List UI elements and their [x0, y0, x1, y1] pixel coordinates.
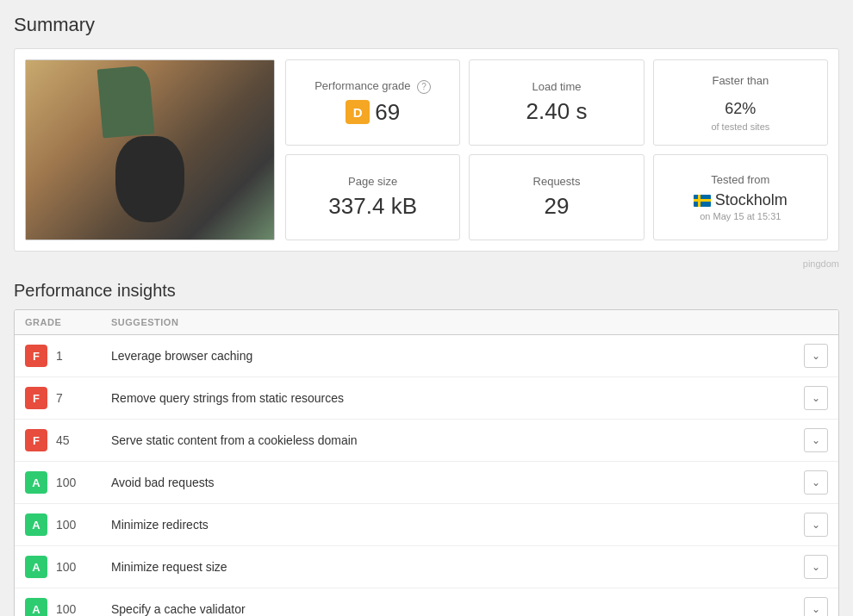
grade-cell: A 100: [25, 598, 111, 616]
summary-section: Performance grade ? D 69 Load time 2.40 …: [14, 48, 839, 252]
grade-cell: F 1: [25, 345, 111, 367]
grade-score: 100: [56, 518, 76, 532]
load-time-label: Load time: [532, 80, 581, 93]
tested-from-location: Stockholm: [694, 191, 788, 209]
grade-badge-a: A: [25, 598, 47, 616]
page-size-value: 337.4 kB: [328, 193, 417, 220]
grade-badge-a: A: [25, 556, 47, 578]
grade-badge-f: F: [25, 345, 47, 367]
insights-rows: F 1 Leverage browser caching ⌄ F 7 Remov…: [15, 335, 838, 616]
tested-from-label: Tested from: [711, 173, 769, 186]
suggestion-text: Leverage browser caching: [111, 349, 794, 363]
suggestion-text: Minimize request size: [111, 560, 794, 574]
suggestion-text: Serve static content from a cookieless d…: [111, 433, 794, 447]
load-time-card: Load time 2.40 s: [469, 59, 644, 146]
grade-score: 100: [56, 560, 76, 574]
suggestion-text: Minimize redirects: [111, 518, 794, 532]
sweden-flag-icon: [694, 195, 711, 207]
pingdom-credit: pingdom: [14, 258, 839, 269]
grade-score: 100: [56, 476, 76, 489]
table-header: GRADE SUGGESTION: [15, 310, 838, 335]
expand-button[interactable]: ⌄: [804, 428, 828, 452]
expand-button[interactable]: ⌄: [804, 470, 828, 495]
page-size-card: Page size 337.4 kB: [285, 154, 460, 240]
performance-grade-value: D 69: [346, 99, 400, 126]
faster-than-card: Faster than 62% of tested sites: [653, 59, 828, 146]
grade-cell: A 100: [25, 471, 111, 494]
grade-badge-f: F: [25, 429, 47, 451]
suggestion-text: Avoid bad requests: [111, 476, 794, 489]
screenshot-box: [25, 59, 275, 240]
faster-than-value: 62%: [725, 92, 756, 120]
grade-score: 45: [56, 433, 70, 447]
table-row: A 100 Minimize redirects ⌄: [15, 504, 838, 546]
metrics-grid: Performance grade ? D 69 Load time 2.40 …: [285, 59, 828, 240]
grade-cell: F 45: [25, 429, 111, 451]
performance-grade-label: Performance grade ?: [314, 79, 431, 94]
grade-cell: F 7: [25, 387, 111, 409]
table-row: F 7 Remove query strings from static res…: [15, 377, 838, 420]
grade-badge-a: A: [25, 513, 47, 536]
requests-label: Requests: [533, 175, 581, 188]
table-row: A 100 Specify a cache validator ⌄: [15, 588, 838, 616]
grade-cell: A 100: [25, 513, 111, 536]
tested-from-date: on May 15 at 15:31: [700, 211, 781, 221]
grade-score: 7: [56, 391, 63, 405]
grade-badge-d: D: [346, 100, 370, 124]
expand-button[interactable]: ⌄: [804, 344, 828, 368]
requests-card: Requests 29: [469, 154, 644, 240]
suggestion-text: Remove query strings from static resourc…: [111, 391, 794, 405]
requests-value: 29: [545, 193, 570, 220]
table-row: F 45 Serve static content from a cookiel…: [15, 420, 838, 462]
expand-button[interactable]: ⌄: [804, 513, 828, 537]
tested-from-city: Stockholm: [715, 191, 788, 209]
header-suggestion: SUGGESTION: [111, 317, 794, 327]
load-time-value: 2.40 s: [526, 98, 588, 125]
screenshot-image: [26, 60, 274, 240]
expand-button[interactable]: ⌄: [804, 597, 828, 616]
grade-badge-a: A: [25, 471, 47, 494]
header-grade: GRADE: [25, 317, 111, 327]
page-size-label: Page size: [348, 175, 397, 188]
expand-button[interactable]: ⌄: [804, 555, 828, 579]
help-icon[interactable]: ?: [417, 80, 431, 94]
suggestion-text: Specify a cache validator: [111, 602, 794, 616]
expand-button[interactable]: ⌄: [804, 386, 828, 410]
performance-grade-card: Performance grade ? D 69: [285, 59, 460, 146]
faster-than-sublabel: of tested sites: [711, 121, 769, 132]
header-expand: [794, 317, 828, 327]
tested-from-card: Tested from Stockholm on May 15 at 15:31: [653, 154, 828, 240]
table-row: A 100 Avoid bad requests ⌄: [15, 462, 838, 504]
insights-title: Performance insights: [14, 281, 839, 301]
grade-score: 100: [56, 602, 76, 616]
grade-cell: A 100: [25, 556, 111, 578]
grade-score: 1: [56, 349, 63, 363]
table-row: F 1 Leverage browser caching ⌄: [15, 335, 838, 377]
insights-table: GRADE SUGGESTION F 1 Leverage browser ca…: [14, 309, 839, 616]
page-title: Summary: [14, 14, 839, 36]
grade-badge-f: F: [25, 387, 47, 409]
faster-than-label: Faster than: [712, 74, 769, 87]
table-row: A 100 Minimize request size ⌄: [15, 546, 838, 588]
performance-grade-num: 69: [375, 99, 400, 126]
